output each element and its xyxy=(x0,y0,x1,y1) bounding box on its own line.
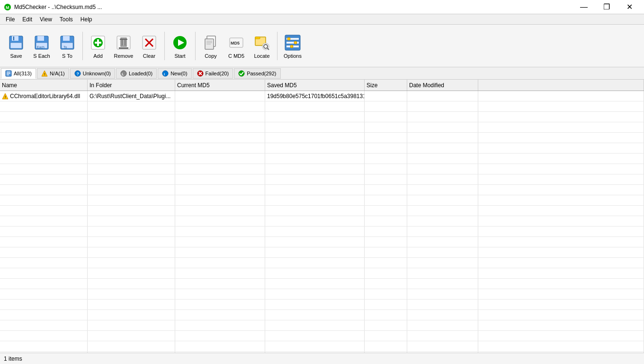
empty-cell xyxy=(88,133,175,143)
filter-na[interactable]: ! N/A(1) xyxy=(37,68,69,79)
toolbar-sep-2 xyxy=(164,32,165,60)
empty-cell xyxy=(175,258,265,268)
cmd5-label: C MD5 xyxy=(228,53,244,59)
empty-cell xyxy=(88,268,175,278)
sto-icon: To xyxy=(58,33,77,52)
start-button[interactable]: Start xyxy=(168,27,192,64)
menu-tools[interactable]: Tools xyxy=(56,15,77,24)
empty-cell xyxy=(407,164,478,174)
empty-cell xyxy=(88,289,175,299)
table-row-empty xyxy=(0,279,644,289)
toolbar-sep-3 xyxy=(195,32,196,60)
col-header-modified[interactable]: Date Modified xyxy=(407,80,478,91)
add-button[interactable]: Add xyxy=(86,27,110,64)
svg-point-45 xyxy=(287,37,290,40)
empty-cell xyxy=(478,300,644,309)
svg-rect-11 xyxy=(63,36,70,41)
svg-text:Each: Each xyxy=(37,46,45,49)
empty-cell xyxy=(478,185,644,195)
table-row-empty xyxy=(0,174,644,185)
table-row[interactable]: ! CChromaEditorLibrary64.dll G:\Rust\Rus… xyxy=(0,91,644,101)
empty-cell xyxy=(407,247,478,257)
cmd5-button[interactable]: MD5 C MD5 xyxy=(224,27,249,64)
menu-view[interactable]: View xyxy=(36,15,56,24)
empty-cell xyxy=(365,206,407,216)
copy-icon xyxy=(201,33,220,52)
empty-cell xyxy=(365,164,407,174)
warning-icon: ! xyxy=(41,70,48,77)
filter-loaded[interactable]: L Loaded(0) xyxy=(116,68,157,79)
empty-cell xyxy=(365,122,407,132)
empty-cell xyxy=(407,133,478,143)
empty-cell xyxy=(265,300,365,309)
empty-cell xyxy=(365,341,407,351)
table-row-empty xyxy=(0,289,644,300)
empty-cell xyxy=(265,154,365,164)
menu-help[interactable]: Help xyxy=(77,15,96,24)
loaded-icon: L xyxy=(120,70,127,77)
col-header-size[interactable]: Size xyxy=(365,80,407,91)
filter-new[interactable]: i New(0) xyxy=(158,68,191,79)
empty-cell xyxy=(478,320,644,330)
empty-cell xyxy=(478,101,644,111)
restore-button[interactable]: ❐ xyxy=(596,0,617,14)
clear-button[interactable]: Clear xyxy=(137,27,161,64)
seach-label: S Each xyxy=(33,53,50,59)
filter-new-label: New(0) xyxy=(170,71,187,76)
empty-cell xyxy=(407,122,478,132)
col-header-name[interactable]: Name xyxy=(0,80,88,91)
empty-cell xyxy=(365,268,407,278)
empty-cell xyxy=(175,247,265,257)
empty-cell xyxy=(407,227,478,237)
empty-cell xyxy=(478,216,644,226)
table-row-empty xyxy=(0,133,644,143)
empty-cell xyxy=(0,310,88,320)
menu-file[interactable]: File xyxy=(2,15,18,24)
empty-cell xyxy=(265,122,365,132)
filter-unknown[interactable]: ? Unknown(0) xyxy=(70,68,115,79)
filter-failed[interactable]: Failed(20) xyxy=(193,68,233,79)
remove-icon xyxy=(114,33,133,52)
empty-cell xyxy=(365,143,407,153)
empty-cell xyxy=(175,320,265,330)
empty-cell xyxy=(407,279,478,289)
empty-cell xyxy=(407,112,478,122)
options-label: Options xyxy=(284,53,302,59)
empty-cell xyxy=(0,206,88,216)
add-icon xyxy=(89,33,107,52)
empty-cell xyxy=(365,300,407,309)
locate-button[interactable]: Locate xyxy=(250,27,274,64)
table-row-empty xyxy=(0,237,644,247)
empty-cell xyxy=(365,237,407,247)
col-header-saved[interactable]: Saved MD5 xyxy=(265,80,365,91)
col-header-folder[interactable]: In Folder xyxy=(88,80,175,91)
table-row-empty xyxy=(0,227,644,237)
remove-button[interactable]: Remove xyxy=(111,27,136,64)
empty-cell xyxy=(175,206,265,216)
options-button[interactable]: Options xyxy=(280,27,305,64)
empty-cell xyxy=(0,101,88,111)
minimize-button[interactable]: — xyxy=(573,0,595,14)
clear-label: Clear xyxy=(143,53,155,59)
svg-point-47 xyxy=(290,45,293,48)
empty-cell xyxy=(265,227,365,237)
filter-passed[interactable]: Passed(292) xyxy=(234,68,280,79)
close-button[interactable]: ✕ xyxy=(618,0,640,14)
copy-button[interactable]: Copy xyxy=(198,27,223,64)
col-header-current[interactable]: Current MD5 xyxy=(175,80,265,91)
empty-cell xyxy=(265,112,365,122)
save-icon xyxy=(7,33,26,52)
menu-edit[interactable]: Edit xyxy=(18,15,36,24)
empty-cell xyxy=(265,164,365,174)
empty-cell xyxy=(175,300,265,309)
statusbar: 1 items xyxy=(0,353,644,364)
empty-cell xyxy=(88,331,175,341)
empty-cell xyxy=(478,195,644,205)
seach-button[interactable]: Each S Each xyxy=(29,27,54,64)
filter-all[interactable]: All(313) xyxy=(1,68,36,79)
empty-cell xyxy=(175,216,265,226)
sto-button[interactable]: To S To xyxy=(55,27,80,64)
empty-cell xyxy=(365,320,407,330)
empty-cell xyxy=(175,289,265,299)
save-button[interactable]: Save xyxy=(4,27,28,64)
